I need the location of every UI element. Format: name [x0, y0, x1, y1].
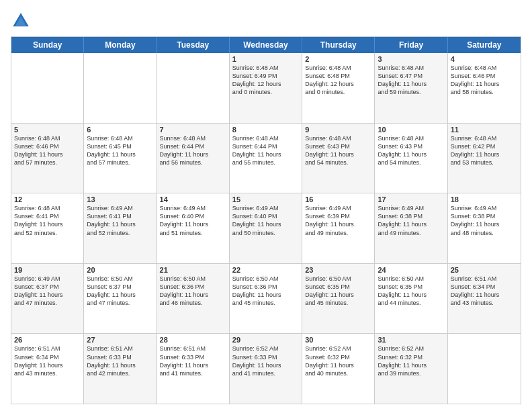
calendar-cell-day-14: 14Sunrise: 6:49 AM Sunset: 6:40 PM Dayli…	[157, 193, 230, 263]
calendar-cell-day-2: 2Sunrise: 6:48 AM Sunset: 6:48 PM Daylig…	[302, 53, 375, 123]
day-number: 7	[160, 126, 226, 134]
day-info: Sunrise: 6:49 AM Sunset: 6:38 PM Dayligh…	[451, 204, 518, 237]
calendar-cell-day-18: 18Sunrise: 6:49 AM Sunset: 6:38 PM Dayli…	[448, 193, 521, 263]
calendar-cell-empty	[448, 334, 521, 404]
day-number: 29	[232, 336, 299, 344]
calendar-row-2: 12Sunrise: 6:48 AM Sunset: 6:41 PM Dayli…	[11, 193, 521, 264]
calendar-cell-day-28: 28Sunrise: 6:51 AM Sunset: 6:33 PM Dayli…	[157, 334, 230, 404]
day-info: Sunrise: 6:51 AM Sunset: 6:34 PM Dayligh…	[451, 275, 518, 308]
day-info: Sunrise: 6:48 AM Sunset: 6:43 PM Dayligh…	[378, 134, 444, 167]
day-number: 15	[232, 195, 299, 203]
day-number: 20	[87, 266, 153, 274]
calendar-cell-day-13: 13Sunrise: 6:49 AM Sunset: 6:41 PM Dayli…	[84, 193, 157, 263]
weekday-header-sunday: Sunday	[11, 37, 84, 53]
day-number: 16	[305, 195, 371, 203]
calendar-cell-day-4: 4Sunrise: 6:48 AM Sunset: 6:46 PM Daylig…	[448, 53, 521, 123]
calendar-cell-day-19: 19Sunrise: 6:49 AM Sunset: 6:37 PM Dayli…	[11, 264, 84, 334]
calendar-cell-empty	[84, 53, 157, 123]
day-info: Sunrise: 6:49 AM Sunset: 6:38 PM Dayligh…	[378, 204, 444, 237]
calendar-cell-day-3: 3Sunrise: 6:48 AM Sunset: 6:47 PM Daylig…	[375, 53, 447, 123]
page: SundayMondayTuesdayWednesdayThursdayFrid…	[0, 0, 532, 411]
calendar-row-3: 19Sunrise: 6:49 AM Sunset: 6:37 PM Dayli…	[11, 264, 521, 334]
calendar-row-4: 26Sunrise: 6:51 AM Sunset: 6:34 PM Dayli…	[11, 334, 521, 404]
day-info: Sunrise: 6:48 AM Sunset: 6:41 PM Dayligh…	[14, 204, 81, 237]
calendar-cell-day-16: 16Sunrise: 6:49 AM Sunset: 6:39 PM Dayli…	[302, 193, 375, 263]
day-number: 27	[87, 336, 153, 344]
day-info: Sunrise: 6:49 AM Sunset: 6:40 PM Dayligh…	[160, 204, 226, 237]
calendar-cell-day-29: 29Sunrise: 6:52 AM Sunset: 6:33 PM Dayli…	[230, 334, 302, 404]
calendar-cell-day-17: 17Sunrise: 6:49 AM Sunset: 6:38 PM Dayli…	[375, 193, 447, 263]
weekday-header-tuesday: Tuesday	[157, 37, 230, 53]
calendar-header: SundayMondayTuesdayWednesdayThursdayFrid…	[11, 37, 521, 53]
calendar-cell-empty	[11, 53, 84, 123]
calendar-cell-day-31: 31Sunrise: 6:52 AM Sunset: 6:32 PM Dayli…	[375, 334, 447, 404]
calendar-body: 1Sunrise: 6:48 AM Sunset: 6:49 PM Daylig…	[11, 53, 521, 404]
day-number: 19	[14, 266, 81, 274]
day-number: 17	[378, 195, 444, 203]
calendar-cell-day-25: 25Sunrise: 6:51 AM Sunset: 6:34 PM Dayli…	[448, 264, 521, 334]
day-number: 11	[451, 126, 518, 134]
calendar-cell-day-6: 6Sunrise: 6:48 AM Sunset: 6:45 PM Daylig…	[84, 124, 157, 193]
day-number: 8	[232, 126, 299, 134]
day-number: 22	[232, 266, 299, 274]
day-number: 13	[87, 195, 153, 203]
day-number: 26	[14, 336, 81, 344]
day-info: Sunrise: 6:48 AM Sunset: 6:45 PM Dayligh…	[87, 134, 153, 167]
day-number: 4	[451, 55, 518, 63]
calendar-cell-day-27: 27Sunrise: 6:51 AM Sunset: 6:33 PM Dayli…	[84, 334, 157, 404]
day-number: 31	[378, 336, 444, 344]
calendar: SundayMondayTuesdayWednesdayThursdayFrid…	[11, 36, 521, 404]
day-info: Sunrise: 6:50 AM Sunset: 6:37 PM Dayligh…	[87, 275, 153, 308]
day-number: 21	[160, 266, 226, 274]
day-number: 12	[14, 195, 81, 203]
day-number: 30	[305, 336, 371, 344]
logo	[11, 11, 34, 31]
calendar-cell-day-22: 22Sunrise: 6:50 AM Sunset: 6:36 PM Dayli…	[230, 264, 302, 334]
day-number: 28	[160, 336, 226, 344]
day-info: Sunrise: 6:48 AM Sunset: 6:46 PM Dayligh…	[451, 64, 518, 97]
day-number: 25	[451, 266, 518, 274]
day-info: Sunrise: 6:49 AM Sunset: 6:41 PM Dayligh…	[87, 204, 153, 237]
day-info: Sunrise: 6:48 AM Sunset: 6:42 PM Dayligh…	[451, 134, 518, 167]
logo-icon	[11, 11, 31, 31]
calendar-cell-day-8: 8Sunrise: 6:48 AM Sunset: 6:44 PM Daylig…	[230, 124, 302, 193]
day-number: 3	[378, 55, 444, 63]
day-number: 9	[305, 126, 371, 134]
weekday-header-monday: Monday	[84, 37, 157, 53]
calendar-cell-day-5: 5Sunrise: 6:48 AM Sunset: 6:46 PM Daylig…	[11, 124, 84, 193]
weekday-header-saturday: Saturday	[448, 37, 521, 53]
day-info: Sunrise: 6:49 AM Sunset: 6:39 PM Dayligh…	[305, 204, 371, 237]
header	[11, 11, 521, 31]
day-number: 2	[305, 55, 371, 63]
day-info: Sunrise: 6:48 AM Sunset: 6:49 PM Dayligh…	[232, 64, 299, 97]
day-number: 14	[160, 195, 226, 203]
calendar-cell-day-11: 11Sunrise: 6:48 AM Sunset: 6:42 PM Dayli…	[448, 124, 521, 193]
day-info: Sunrise: 6:48 AM Sunset: 6:44 PM Dayligh…	[232, 134, 299, 167]
day-info: Sunrise: 6:48 AM Sunset: 6:48 PM Dayligh…	[305, 64, 371, 97]
day-info: Sunrise: 6:49 AM Sunset: 6:40 PM Dayligh…	[232, 204, 299, 237]
day-info: Sunrise: 6:52 AM Sunset: 6:32 PM Dayligh…	[305, 345, 371, 377]
day-info: Sunrise: 6:48 AM Sunset: 6:44 PM Dayligh…	[160, 134, 226, 167]
weekday-header-friday: Friday	[375, 37, 447, 53]
calendar-cell-day-10: 10Sunrise: 6:48 AM Sunset: 6:43 PM Dayli…	[375, 124, 447, 193]
calendar-cell-day-12: 12Sunrise: 6:48 AM Sunset: 6:41 PM Dayli…	[11, 193, 84, 263]
day-info: Sunrise: 6:51 AM Sunset: 6:33 PM Dayligh…	[160, 345, 226, 377]
calendar-cell-day-1: 1Sunrise: 6:48 AM Sunset: 6:49 PM Daylig…	[230, 53, 302, 123]
day-info: Sunrise: 6:50 AM Sunset: 6:36 PM Dayligh…	[160, 275, 226, 308]
calendar-cell-day-20: 20Sunrise: 6:50 AM Sunset: 6:37 PM Dayli…	[84, 264, 157, 334]
day-info: Sunrise: 6:48 AM Sunset: 6:46 PM Dayligh…	[14, 134, 81, 167]
day-number: 10	[378, 126, 444, 134]
day-number: 18	[451, 195, 518, 203]
calendar-cell-day-30: 30Sunrise: 6:52 AM Sunset: 6:32 PM Dayli…	[302, 334, 375, 404]
calendar-cell-day-21: 21Sunrise: 6:50 AM Sunset: 6:36 PM Dayli…	[157, 264, 230, 334]
calendar-cell-day-15: 15Sunrise: 6:49 AM Sunset: 6:40 PM Dayli…	[230, 193, 302, 263]
day-info: Sunrise: 6:52 AM Sunset: 6:33 PM Dayligh…	[232, 345, 299, 377]
calendar-cell-day-23: 23Sunrise: 6:50 AM Sunset: 6:35 PM Dayli…	[302, 264, 375, 334]
day-number: 23	[305, 266, 371, 274]
day-info: Sunrise: 6:50 AM Sunset: 6:35 PM Dayligh…	[305, 275, 371, 308]
weekday-header-wednesday: Wednesday	[230, 37, 302, 53]
calendar-row-1: 5Sunrise: 6:48 AM Sunset: 6:46 PM Daylig…	[11, 124, 521, 194]
day-info: Sunrise: 6:51 AM Sunset: 6:34 PM Dayligh…	[14, 345, 81, 377]
weekday-header-thursday: Thursday	[302, 37, 375, 53]
day-info: Sunrise: 6:50 AM Sunset: 6:36 PM Dayligh…	[232, 275, 299, 308]
